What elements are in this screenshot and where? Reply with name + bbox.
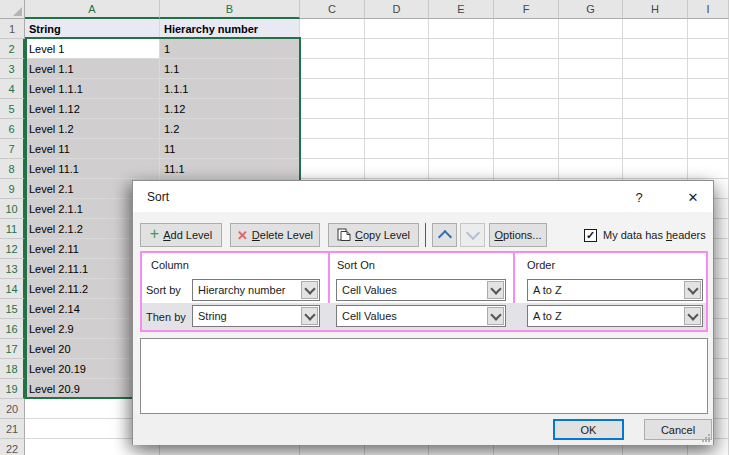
cell-H2[interactable] [623,39,688,59]
cell-C7[interactable] [300,139,365,159]
cell-G6[interactable] [559,119,623,139]
cell-I4[interactable] [688,79,729,99]
row-header-1[interactable]: 1 [0,19,25,39]
cell-B8[interactable]: 11.1 [160,159,300,179]
cell-H7[interactable] [623,139,688,159]
cell-A3[interactable]: Level 1.1 [25,59,160,79]
cell-F7[interactable] [494,139,559,159]
cell-I7[interactable] [688,139,729,159]
cell-B2[interactable]: 1 [160,39,300,59]
cell-C8[interactable] [300,159,365,179]
cell-I2[interactable] [688,39,729,59]
cell-B6[interactable]: 1.2 [160,119,300,139]
row-header-22[interactable]: 22 [0,439,25,455]
cell-H5[interactable] [623,99,688,119]
dropdown-arrow[interactable] [684,281,701,299]
row-header-11[interactable]: 11 [0,219,25,239]
cell-C4[interactable] [300,79,365,99]
cell-E8[interactable] [429,159,494,179]
column-header-C[interactable]: C [300,0,365,19]
cell-B1[interactable]: Hierarchy number [160,19,300,39]
dialog-title-bar[interactable]: Sort [133,181,713,212]
cell-A5[interactable]: Level 1.12 [25,99,160,119]
row-header-7[interactable]: 7 [0,139,25,159]
row-header-20[interactable]: 20 [0,399,25,419]
cell-I1[interactable] [688,19,729,39]
cell-E4[interactable] [429,79,494,99]
then-by-order-dropdown[interactable]: A to Z [527,305,703,327]
column-header-G[interactable]: G [559,0,623,19]
row-header-15[interactable]: 15 [0,299,25,319]
cell-F6[interactable] [494,119,559,139]
row-header-4[interactable]: 4 [0,79,25,99]
cell-A7[interactable]: Level 11 [25,139,160,159]
column-header-H[interactable]: H [623,0,688,19]
column-header-E[interactable]: E [429,0,494,19]
row-header-21[interactable]: 21 [0,419,25,439]
cell-C3[interactable] [300,59,365,79]
cell-F4[interactable] [494,79,559,99]
row-header-17[interactable]: 17 [0,339,25,359]
cell-D8[interactable] [365,159,429,179]
cell-A2[interactable]: Level 1 [25,39,160,59]
column-header-A[interactable]: A [25,0,160,19]
cell-F3[interactable] [494,59,559,79]
row-header-19[interactable]: 19 [0,379,25,399]
dropdown-arrow[interactable] [301,281,318,299]
cell-E7[interactable] [429,139,494,159]
cell-D1[interactable] [365,19,429,39]
copy-level-button[interactable]: Copy Level [328,223,419,247]
cell-F1[interactable] [494,19,559,39]
then-by-column-dropdown[interactable]: String [192,305,320,327]
row-header-8[interactable]: 8 [0,159,25,179]
cell-E1[interactable] [429,19,494,39]
cell-F5[interactable] [494,99,559,119]
cell-D6[interactable] [365,119,429,139]
cell-G1[interactable] [559,19,623,39]
cell-B4[interactable]: 1.1.1 [160,79,300,99]
row-header-5[interactable]: 5 [0,99,25,119]
cell-B3[interactable]: 1.1 [160,59,300,79]
cell-I5[interactable] [688,99,729,119]
cell-E2[interactable] [429,39,494,59]
cell-D4[interactable] [365,79,429,99]
cell-H3[interactable] [623,59,688,79]
column-header-F[interactable]: F [494,0,559,19]
row-header-14[interactable]: 14 [0,279,25,299]
row-header-12[interactable]: 12 [0,239,25,259]
add-level-button[interactable]: + Add Level [140,223,222,247]
row-header-13[interactable]: 13 [0,259,25,279]
sort-by-sorton-dropdown[interactable]: Cell Values [336,279,506,301]
cell-B7[interactable]: 11 [160,139,300,159]
my-data-has-headers-checkbox[interactable]: ✓ My data has headers [584,223,706,247]
cell-I3[interactable] [688,59,729,79]
row-header-6[interactable]: 6 [0,119,25,139]
row-header-2[interactable]: 2 [0,39,25,59]
cell-G5[interactable] [559,99,623,119]
ok-button[interactable]: OK [553,419,624,440]
dropdown-arrow[interactable] [684,307,701,325]
cell-A6[interactable]: Level 1.2 [25,119,160,139]
cell-C1[interactable] [300,19,365,39]
sort-by-order-dropdown[interactable]: A to Z [527,279,703,301]
cell-A8[interactable]: Level 11.1 [25,159,160,179]
then-by-sorton-dropdown[interactable]: Cell Values [336,305,506,327]
cell-G8[interactable] [559,159,623,179]
move-down-button-disabled[interactable] [460,223,485,247]
cell-G7[interactable] [559,139,623,159]
cell-D7[interactable] [365,139,429,159]
cell-E5[interactable] [429,99,494,119]
row-header-10[interactable]: 10 [0,199,25,219]
cell-F8[interactable] [494,159,559,179]
cell-G3[interactable] [559,59,623,79]
column-header-D[interactable]: D [365,0,429,19]
cell-A4[interactable]: Level 1.1.1 [25,79,160,99]
dropdown-arrow[interactable] [301,307,318,325]
close-icon[interactable]: ✕ [683,187,703,207]
cell-A1[interactable]: String [25,19,160,39]
cell-C6[interactable] [300,119,365,139]
cell-H4[interactable] [623,79,688,99]
options-button[interactable]: Options... [489,223,547,247]
cell-H1[interactable] [623,19,688,39]
cell-G2[interactable] [559,39,623,59]
